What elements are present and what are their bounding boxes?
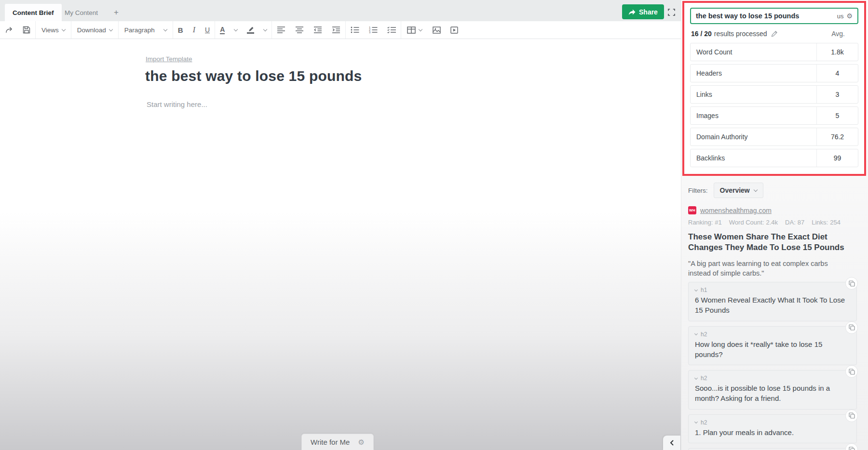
chevron-down-icon [694,288,698,291]
processed-text: results processed [714,30,767,38]
site-favicon: WH [688,206,696,214]
fullscreen-icon[interactable] [666,7,676,17]
heading-text: How long does it *really* take to lose 1… [695,339,847,360]
views-label: Views [41,26,59,34]
result-domain-row: WH womenshealthmag.com [688,206,857,214]
underline-button[interactable]: U [200,21,215,39]
text-color-icon: A [220,26,225,34]
search-result: WH womenshealthmag.com Ranking:#1 Word C… [688,206,857,278]
checklist-button[interactable] [382,21,401,39]
chevron-down-icon [234,27,238,31]
search-query-input[interactable]: the best way to lose 15 pounds us ⚙ [690,8,858,24]
result-title[interactable]: These Women Share The Exact Diet Changes… [688,232,852,253]
views-dropdown[interactable]: Views [36,21,71,39]
stat-row-headers: Headers 4 [690,64,858,82]
align-center-button[interactable] [290,21,309,39]
filters-row: Filters: Overview [688,183,763,198]
outdent-button[interactable] [309,21,327,39]
heading-card[interactable]: h2 Sooo...is it possible to lose 15 poun… [688,370,857,410]
copy-icon[interactable] [845,410,858,422]
align-left-button[interactable] [272,21,290,39]
chevron-down-icon [109,27,113,31]
meta-value: 2.4k [766,219,778,226]
share-icon [628,9,636,15]
meta-label: Ranking: [688,219,713,226]
stat-value: 4 [816,65,858,82]
stat-row-links: Links 3 [690,85,858,104]
tab-my-content[interactable]: My Content [57,4,106,21]
redo-button[interactable] [0,21,18,39]
bold-icon: B [178,26,183,34]
highlight-button[interactable] [242,21,259,39]
meta-value: 87 [798,219,804,226]
stat-row-word-count: Word Count 1.8k [690,43,858,61]
heading-tag-row[interactable]: h1 [695,287,850,293]
highlighter-icon [247,26,254,34]
heading-tag-row[interactable]: h2 [695,419,850,426]
stat-value: 99 [816,149,858,167]
document-canvas[interactable]: Import Template the best way to lose 15 … [0,39,681,450]
highlight-dropdown[interactable] [259,21,271,39]
stat-row-backlinks: Backlinks 99 [690,149,858,167]
stat-label: Links [691,86,816,103]
filter-dropdown[interactable]: Overview [714,183,763,198]
heading-tag-row[interactable]: h2 [695,331,850,338]
insert-table-dropdown[interactable] [401,21,428,39]
highlighted-metrics-panel: the best way to lose 15 pounds us ⚙ 16 /… [682,1,866,176]
stat-value: 5 [816,107,858,124]
copy-icon[interactable] [845,277,858,290]
formatting-toolbar: Views Download Paragraph B I U A [0,21,681,39]
insert-video-button[interactable] [446,21,463,39]
chevron-down-icon [694,376,698,380]
italic-icon: I [193,26,195,34]
indent-button[interactable] [327,21,345,39]
numbered-list-button[interactable]: 123 [364,21,382,39]
paragraph-style-dropdown[interactable]: Paragraph [119,21,173,39]
stat-value: 1.8k [816,43,858,61]
chevron-down-icon [419,27,422,31]
result-meta-row: Ranking:#1 Word Count:2.4k DA:87 Links:2… [688,219,857,226]
tab-bar: Content Brief My Content + Share [0,0,681,21]
result-domain-link[interactable]: womenshealthmag.com [700,207,772,214]
search-query-text: the best way to lose 15 pounds [696,12,834,20]
text-color-dropdown[interactable] [230,21,242,39]
avg-column-header: Avg. [831,30,845,38]
stat-value: 3 [816,86,858,103]
heading-card[interactable]: h1 6 Women Reveal Exactly What It Took T… [688,282,857,321]
bullet-list-button[interactable] [346,21,364,39]
gear-icon[interactable]: ⚙ [358,438,364,446]
document-title[interactable]: the best way to lose 15 pounds [145,68,362,84]
search-settings-gear-icon[interactable]: ⚙ [846,13,853,19]
heading-card[interactable]: h2 1. Plan your meals in advance. [688,414,857,443]
heading-tag: h2 [701,419,707,426]
editor-placeholder[interactable]: Start writing here... [147,100,207,108]
share-button[interactable]: Share [622,4,664,19]
heading-card[interactable]: h2 2. Limit your alcohol intake. [688,448,857,450]
copy-icon[interactable] [845,365,858,378]
write-for-me-button[interactable]: Write for Me ⚙ [301,434,374,450]
chevron-down-icon [694,332,698,335]
copy-icon[interactable] [845,321,858,334]
stat-label: Word Count [691,43,816,61]
heading-tag-row[interactable]: h2 [695,375,850,382]
insert-image-button[interactable] [428,21,446,39]
save-button[interactable] [18,21,35,39]
italic-button[interactable]: I [188,21,200,39]
collapse-sidebar-button[interactable] [663,436,680,450]
download-dropdown[interactable]: Download [71,21,118,39]
heading-card[interactable]: h2 How long does it *really* take to los… [688,326,857,366]
edit-pencil-icon[interactable] [771,30,778,37]
write-for-me-label: Write for Me [311,438,350,446]
copy-icon[interactable] [845,443,858,450]
heading-tag: h2 [701,331,707,338]
share-label: Share [639,8,658,16]
add-tab-button[interactable]: + [110,4,122,21]
tab-content-brief[interactable]: Content Brief [5,4,62,21]
bold-button[interactable]: B [173,21,188,39]
download-label: Download [77,26,106,34]
text-color-button[interactable]: A [215,21,230,39]
svg-text:3: 3 [369,31,371,33]
stat-label: Headers [691,65,816,82]
chevron-down-icon [163,27,167,31]
import-template-link[interactable]: Import Template [146,55,192,63]
